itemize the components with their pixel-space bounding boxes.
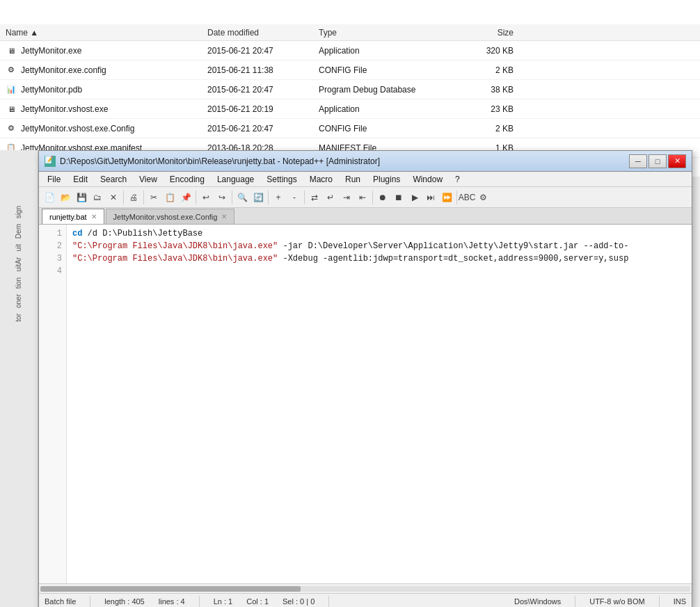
tb-save-all[interactable]: 🗂 <box>90 190 105 205</box>
status-length: length : 405 <box>104 597 145 606</box>
tab-runjetty-close[interactable]: ✕ <box>91 213 97 220</box>
menu-file[interactable]: File <box>42 173 66 186</box>
file-row[interactable]: ⚙ JettyMonitor.vshost.exe.Config 2015-06… <box>0 119 700 138</box>
col-header-date[interactable]: Date modified <box>207 28 319 38</box>
tb-zoom-in[interactable]: + <box>271 190 286 205</box>
menu-search[interactable]: Search <box>95 173 132 186</box>
npp-tabs: runjetty.bat ✕ JettyMonitor.vshost.exe.C… <box>39 208 692 225</box>
close-button[interactable]: ✕ <box>668 154 686 168</box>
tb-macro-run[interactable]: ⏩ <box>439 190 454 205</box>
tb-sync-scroll[interactable]: ⇄ <box>307 190 322 205</box>
tb-paste[interactable]: 📌 <box>178 190 193 205</box>
file-row[interactable]: ⚙ JettyMonitor.exe.config 2015-06-21 11:… <box>0 60 700 80</box>
col-header-name[interactable]: Name ▲ <box>6 28 207 38</box>
menu-macro[interactable]: Macro <box>304 173 338 186</box>
tb-spellcheck[interactable]: ABC <box>459 190 475 205</box>
file-list-header: Name ▲ Date modified Type Size <box>0 24 700 41</box>
status-mode: INS <box>674 597 686 606</box>
tb-cut[interactable]: ✂ <box>146 190 161 205</box>
menu-plugins[interactable]: Plugins <box>367 173 406 186</box>
file-type-1: CONFIG File <box>319 65 458 75</box>
menu-run[interactable]: Run <box>340 173 366 186</box>
file-icon-4: ⚙ <box>6 123 17 134</box>
tb-find-replace[interactable]: 🔄 <box>250 190 266 205</box>
col-header-type[interactable]: Type <box>319 28 458 38</box>
tb-run-cmd[interactable]: ⚙ <box>475 190 491 205</box>
tb-sep-0 <box>123 191 124 204</box>
tb-zoom-out[interactable]: - <box>287 190 302 205</box>
tb-print[interactable]: 🖨 <box>126 190 141 205</box>
status-eol: Dos\Windows <box>514 597 561 606</box>
status-lines: lines : 4 <box>159 597 185 606</box>
code-line-3: "C:\Program Files\Java\JDK8\bin\java.exe… <box>72 252 686 265</box>
menu-encoding[interactable]: Encoding <box>164 173 210 186</box>
menu-settings[interactable]: Settings <box>261 173 302 186</box>
code-path-1: /d D:\Publish\JettyBase <box>88 229 203 238</box>
status-filetype: Batch file <box>45 597 76 606</box>
file-date-2: 2015-06-21 20:47 <box>207 85 319 95</box>
tb-open[interactable]: 📂 <box>58 190 73 205</box>
tb-outdent[interactable]: ⇤ <box>355 190 370 205</box>
tb-wrap[interactable]: ↵ <box>323 190 338 205</box>
file-name-2: JettyMonitor.pdb <box>21 85 82 95</box>
menu-help[interactable]: ? <box>450 173 466 186</box>
tb-save[interactable]: 💾 <box>74 190 89 205</box>
npp-statusbar: Batch file length : 405 lines : 4 Ln : 1… <box>39 593 692 607</box>
code-flag-3: -Xdebug -agentlib:jdwp=transport=dt_sock… <box>283 254 628 264</box>
line-num-4: 4 <box>39 265 66 277</box>
npp-titlebar: 📝 D:\Repos\Git\JettyMonitor\Monitor\bin\… <box>39 151 692 172</box>
tb-find[interactable]: 🔍 <box>234 190 250 205</box>
sidebar-label-5: oner <box>15 294 23 308</box>
file-icon-1: ⚙ <box>6 65 17 76</box>
npp-title-left: 📝 D:\Repos\Git\JettyMonitor\Monitor\bin\… <box>45 156 380 167</box>
tb-new[interactable]: 📄 <box>42 190 57 205</box>
file-row[interactable]: 🖥 JettyMonitor.exe 2015-06-21 20:47 Appl… <box>0 41 700 60</box>
npp-hscroll[interactable] <box>39 583 692 593</box>
npp-app-icon: 📝 <box>45 156 56 167</box>
tb-macro-save[interactable]: ⏭ <box>423 190 438 205</box>
hscroll-track[interactable] <box>40 586 690 592</box>
tb-sep-7 <box>456 191 457 204</box>
sidebar-label-3: uitAr <box>15 257 23 272</box>
file-icon-0: 🖥 <box>6 45 17 56</box>
file-icon-3: 🖥 <box>6 104 17 115</box>
minimize-button[interactable]: ─ <box>629 154 647 168</box>
tab-vshost-config[interactable]: JettyMonitor.vshost.exe.Config ✕ <box>106 209 235 224</box>
menu-view[interactable]: View <box>134 173 163 186</box>
tab-runjetty[interactable]: runjetty.bat ✕ <box>42 209 104 224</box>
file-row[interactable]: 🖥 JettyMonitor.vshost.exe 2015-06-21 20:… <box>0 99 700 119</box>
file-size-2: 38 KB <box>458 85 527 95</box>
code-str-3: "C:\Program Files\Java\JDK8\bin\java.exe… <box>72 254 278 264</box>
tab-vshost-close[interactable]: ✕ <box>221 213 227 220</box>
tb-copy[interactable]: 📋 <box>162 190 177 205</box>
tb-sep-1 <box>143 191 144 204</box>
file-date-1: 2015-06-21 11:38 <box>207 65 319 75</box>
left-sidebar: sign Dem uit uitAr tion oner tor <box>0 150 38 607</box>
file-size-1: 2 KB <box>458 65 527 75</box>
tb-close[interactable]: ✕ <box>106 190 121 205</box>
tb-macro-stop[interactable]: ⏹ <box>391 190 406 205</box>
file-date-0: 2015-06-21 20:47 <box>207 46 319 56</box>
tb-macro-rec[interactable]: ⏺ <box>375 190 390 205</box>
file-size-3: 23 KB <box>458 104 527 114</box>
line-numbers: 1 2 3 4 <box>39 225 67 583</box>
hscroll-thumb[interactable] <box>40 586 301 592</box>
tb-redo[interactable]: ↪ <box>214 190 230 205</box>
status-sep-0 <box>90 596 90 607</box>
menu-window[interactable]: Window <box>407 173 448 186</box>
tb-undo[interactable]: ↩ <box>198 190 214 205</box>
restore-button[interactable]: □ <box>649 154 667 168</box>
code-editor[interactable]: cd /d D:\Publish\JettyBase "C:\Program F… <box>67 225 692 583</box>
menu-edit[interactable]: Edit <box>67 173 93 186</box>
tb-sep-5 <box>304 191 305 204</box>
tb-macro-play[interactable]: ▶ <box>407 190 422 205</box>
col-header-size[interactable]: Size <box>458 28 527 38</box>
tb-indent[interactable]: ⇥ <box>339 190 354 205</box>
file-date-4: 2015-06-21 20:47 <box>207 124 319 133</box>
menu-language[interactable]: Language <box>212 173 260 186</box>
tb-sep-6 <box>372 191 373 204</box>
file-type-4: CONFIG File <box>319 124 458 133</box>
file-row[interactable]: 📊 JettyMonitor.pdb 2015-06-21 20:47 Prog… <box>0 80 700 99</box>
tb-sep-3 <box>232 191 232 204</box>
file-type-2: Program Debug Database <box>319 85 458 95</box>
